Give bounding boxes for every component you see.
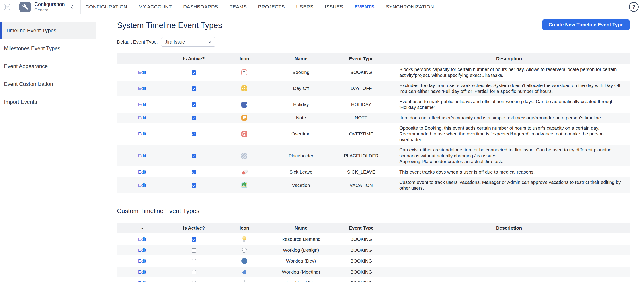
- event-name: Sick Leave: [268, 167, 334, 177]
- table-row: Edit Vacation VACATION Custom event to t…: [117, 177, 630, 193]
- event-name: Vacation: [268, 177, 334, 193]
- nav-my-account[interactable]: MY ACCOUNT: [138, 4, 172, 10]
- custom-event-types-table: - Is Active? Icon Name Event Type Descri…: [117, 223, 630, 282]
- nav-projects[interactable]: PROJECTS: [258, 4, 285, 10]
- nav-dashboards[interactable]: DASHBOARDS: [183, 4, 218, 10]
- nav-teams[interactable]: TEAMS: [230, 4, 247, 10]
- app-switcher[interactable]: Configuration General: [20, 2, 75, 13]
- column-header-actions: -: [117, 53, 167, 64]
- create-new-timeline-event-type-button[interactable]: Create New Timeline Event Type: [542, 20, 630, 30]
- edit-link[interactable]: Edit: [138, 236, 146, 242]
- nav-synchronization[interactable]: SYNCHRONIZATION: [386, 4, 434, 10]
- edit-link[interactable]: Edit: [138, 258, 146, 263]
- edit-link[interactable]: Edit: [138, 153, 146, 158]
- event-type: BOOKING: [334, 255, 389, 266]
- event-name: Note: [268, 112, 334, 123]
- column-header-event-type: Event Type: [334, 223, 389, 234]
- configuration-app-badge: [20, 2, 31, 13]
- expand-sidebar-icon: [3, 3, 11, 11]
- sun-icon: [241, 85, 247, 92]
- edit-link[interactable]: Edit: [138, 115, 146, 120]
- is-active-checkbox[interactable]: [192, 248, 196, 252]
- event-description: [389, 277, 630, 282]
- sidebar-item-timeline-event-types[interactable]: Timeline Event Types: [0, 22, 96, 40]
- nav-events[interactable]: EVENTS: [354, 4, 374, 10]
- default-event-type-label: Default Event Type:: [117, 39, 158, 45]
- table-header-row: - Is Active? Icon Name Event Type Descri…: [117, 53, 630, 64]
- is-active-checkbox[interactable]: [192, 183, 196, 188]
- sidebar-item-event-customization[interactable]: Event Customization: [0, 75, 96, 93]
- speech-bubble-icon: [241, 247, 247, 253]
- edit-link[interactable]: Edit: [138, 247, 146, 252]
- event-description: Custom event to track users' vacations. …: [389, 177, 630, 193]
- edit-link[interactable]: Edit: [138, 70, 146, 75]
- is-active-checkbox[interactable]: [192, 154, 196, 158]
- is-active-checkbox[interactable]: [192, 86, 196, 91]
- app-select-chevrons-icon[interactable]: [70, 4, 75, 10]
- wrench-icon: [241, 280, 247, 282]
- edit-link[interactable]: Edit: [138, 86, 146, 91]
- help-icon[interactable]: ?: [629, 2, 639, 12]
- edit-link[interactable]: Edit: [138, 169, 146, 174]
- default-event-type-select[interactable]: Jira Issue: [161, 37, 216, 47]
- event-type: BOOKING: [334, 244, 389, 255]
- sidebar-item-import-events[interactable]: Import Events: [0, 93, 96, 111]
- column-header-actions: -: [117, 223, 167, 234]
- table-row: Edit Overtime OVERTIME Opposite to Booki…: [117, 123, 630, 145]
- event-type: BOOKING: [334, 277, 389, 282]
- event-description: Can exist either as standalone item or b…: [389, 145, 630, 167]
- table-row: Edit Worklog (QA) BOOKING: [117, 277, 630, 282]
- is-active-checkbox[interactable]: [192, 102, 196, 107]
- is-active-checkbox[interactable]: [192, 237, 196, 242]
- nav-issues[interactable]: ISSUES: [325, 4, 343, 10]
- page-title: System Timeline Event Types: [117, 21, 222, 30]
- event-name: Worklog (Design): [268, 244, 334, 255]
- table-row: Edit Worklog (Meeting) BOOKING: [117, 266, 630, 277]
- table-row: Edit Day Off DAY_OFF Excludes the day fr…: [117, 80, 630, 96]
- note-lines-icon: [241, 115, 247, 121]
- app-subtitle: General: [34, 8, 65, 12]
- event-type: PLACEHOLDER: [334, 145, 389, 167]
- sidebar-item-milestones-event-types[interactable]: Milestones Event Types: [0, 40, 96, 57]
- edit-link[interactable]: Edit: [138, 269, 146, 274]
- edit-link[interactable]: Edit: [138, 102, 146, 107]
- is-active-checkbox[interactable]: [192, 132, 196, 136]
- event-description: This event tracks days when a user is of…: [389, 167, 630, 177]
- event-type: DAY_OFF: [334, 80, 389, 96]
- app-header-left: Configuration General: [0, 0, 81, 14]
- calendar-note-icon: [241, 69, 247, 75]
- event-name: Placeholder: [268, 145, 334, 167]
- beach-icon: [241, 182, 247, 188]
- main-content: System Timeline Event Types Create New T…: [96, 14, 644, 282]
- default-event-type-value: Jira Issue: [165, 39, 185, 45]
- edit-link[interactable]: Edit: [138, 182, 146, 188]
- column-header-name: Name: [268, 53, 334, 64]
- wrench-app-icon: [22, 4, 28, 10]
- event-description: Excludes the day from user’s work schedu…: [389, 80, 630, 96]
- nav-users[interactable]: USERS: [296, 4, 313, 10]
- table-row: Edit Resource Demand BOOKING: [117, 234, 630, 244]
- is-active-checkbox[interactable]: [192, 281, 196, 282]
- edit-link[interactable]: Edit: [138, 131, 146, 136]
- is-active-checkbox[interactable]: [192, 270, 196, 274]
- expand-sidebar-button[interactable]: [0, 0, 14, 14]
- app-titles: Configuration General: [34, 2, 65, 12]
- event-description: [389, 255, 630, 266]
- event-description: Blocks persons capacity for certain numb…: [389, 64, 630, 80]
- chevron-down-icon: [208, 40, 212, 44]
- event-name: Worklog (Meeting): [268, 266, 334, 277]
- table-row: Edit Placeholder PLACEHOLDER Can exist e…: [117, 145, 630, 167]
- sidebar-item-event-appearance[interactable]: Event Appearance: [0, 57, 96, 75]
- column-header-description: Description: [389, 223, 630, 234]
- event-name: Overtime: [268, 123, 334, 145]
- is-active-checkbox[interactable]: [192, 116, 196, 120]
- column-header-icon: Icon: [220, 53, 268, 64]
- column-header-description: Description: [389, 53, 630, 64]
- event-description: Item does not affect user’s capacity and…: [389, 112, 630, 123]
- is-active-checkbox[interactable]: [192, 259, 196, 263]
- event-type: NOTE: [334, 112, 389, 123]
- is-active-checkbox[interactable]: [192, 70, 196, 75]
- nav-configuration[interactable]: CONFIGURATION: [86, 4, 127, 10]
- is-active-checkbox[interactable]: [192, 170, 196, 174]
- edit-link[interactable]: Edit: [138, 280, 146, 282]
